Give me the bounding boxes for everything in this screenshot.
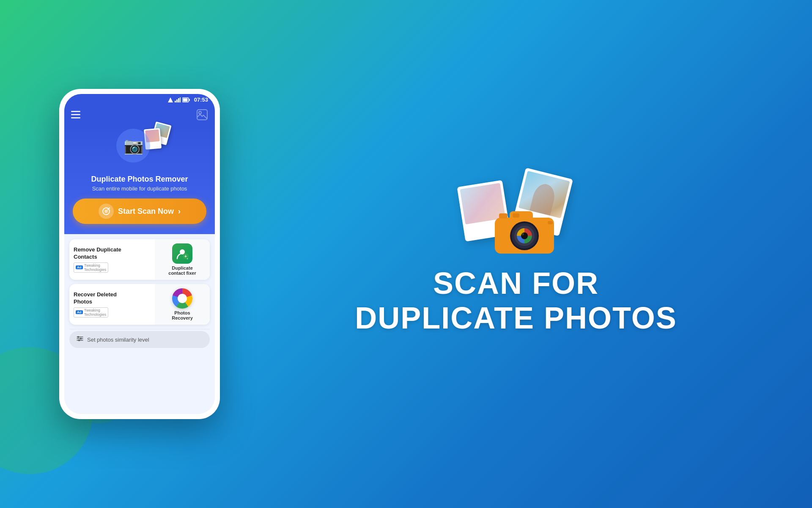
hero-icon-area: 📷 <box>114 127 165 169</box>
camera-body <box>491 205 558 257</box>
ad-app-contacts-name: Duplicatecontact fixer <box>168 265 196 276</box>
photos-recovery-icon <box>172 288 192 309</box>
shake-lines <box>465 228 477 240</box>
phone-frame: 07:53 <box>59 89 220 419</box>
phone-screen: 07:53 <box>64 94 215 414</box>
svg-rect-10 <box>71 117 80 119</box>
contacts-icon: + <box>176 247 189 260</box>
scan-title-line1: SCAN FOR <box>355 266 677 301</box>
sliders-icon <box>76 335 84 344</box>
svg-text:+: + <box>184 254 187 259</box>
svg-point-23 <box>78 340 80 341</box>
contacts-app-icon: + <box>172 243 192 264</box>
shake-line-1 <box>465 228 477 229</box>
svg-rect-4 <box>180 97 181 102</box>
similarity-button[interactable]: Set photos similarity level <box>69 331 210 348</box>
ad-app-contacts-content: + Duplicatecontact fixer <box>168 243 196 276</box>
scan-button[interactable]: Start Scan Now › <box>73 199 206 224</box>
ad-label-photos: Ad <box>76 310 83 314</box>
scan-button-arrow: › <box>178 207 181 216</box>
scan-title-line2: DUPLICATE PHOTOS <box>355 301 677 335</box>
wifi-icon <box>175 97 181 102</box>
svg-rect-8 <box>71 111 80 112</box>
svg-marker-0 <box>168 97 173 102</box>
battery-icon <box>182 97 190 102</box>
svg-point-21 <box>77 336 79 338</box>
similarity-text: Set photos similarity level <box>87 337 149 343</box>
ad-company-contacts: TweakingTechnologies <box>84 263 107 272</box>
svg-rect-33 <box>548 221 553 224</box>
svg-rect-34 <box>513 213 519 218</box>
scan-title: SCAN FOR DUPLICATE PHOTOS <box>355 266 677 335</box>
svg-point-12 <box>199 111 201 114</box>
gallery-icon <box>196 109 208 122</box>
svg-rect-6 <box>189 99 190 101</box>
ad-card-photos-left: Recover DeletedPhotos Ad TweakingTechnol… <box>69 284 155 325</box>
ad-card-contacts-left: Remove DuplicateContacts Ad TweakingTech… <box>69 239 155 280</box>
ad-badge-contacts: Ad TweakingTechnologies <box>74 262 108 273</box>
shake-line-2 <box>468 232 475 234</box>
svg-rect-9 <box>71 114 80 115</box>
status-icons <box>168 97 190 102</box>
signal-icon <box>168 97 173 102</box>
svg-point-32 <box>521 233 524 235</box>
ad-app-photos-name: PhotosRecovery <box>172 310 193 320</box>
ad-label-contacts: Ad <box>76 265 83 269</box>
bottom-bar: Set photos similarity level <box>69 329 210 348</box>
svg-rect-1 <box>175 101 176 102</box>
hamburger-menu[interactable] <box>71 111 80 121</box>
hero-circle-bg: 📷 <box>116 129 150 163</box>
scan-button-text: Start Scan Now <box>118 207 174 216</box>
status-bar: 07:53 <box>64 94 215 105</box>
svg-point-22 <box>80 338 82 340</box>
hero-section: 📷 Duplicate Photos Remover Scan entire m… <box>64 122 215 234</box>
hero-title: Duplicate Photos Remover <box>91 175 188 184</box>
ad-card-photos-right: PhotosRecovery <box>155 284 210 325</box>
right-content: SCAN FOR DUPLICATE PHOTOS <box>220 147 812 361</box>
ad-badge-photos: Ad TweakingTechnologies <box>74 307 108 318</box>
phone-wrapper: 07:53 <box>59 89 220 419</box>
ad-section: Remove DuplicateContacts Ad TweakingTech… <box>64 234 215 414</box>
ad-company-photos: TweakingTechnologies <box>84 308 107 317</box>
camera-emoji: 📷 <box>123 136 143 155</box>
svg-rect-11 <box>197 110 207 120</box>
camera-svg <box>491 205 558 256</box>
ad-card-photos-title: Recover DeletedPhotos <box>74 291 151 306</box>
scan-button-icon <box>99 204 114 219</box>
hero-subtitle: Scan entire mobile for duplicate photos <box>92 185 187 192</box>
svg-rect-2 <box>176 99 178 102</box>
ad-card-contacts-right: + Duplicatecontact fixer <box>155 239 210 280</box>
status-time: 07:53 <box>194 97 208 103</box>
ad-card-contacts[interactable]: Remove DuplicateContacts Ad TweakingTech… <box>69 239 210 280</box>
svg-point-14 <box>104 210 108 213</box>
camera-illustration <box>457 173 575 257</box>
ad-card-photos[interactable]: Recover DeletedPhotos Ad TweakingTechnol… <box>69 284 210 325</box>
svg-rect-3 <box>178 98 179 102</box>
scan-icon <box>102 207 110 215</box>
shake-line-3 <box>466 236 476 238</box>
photos-recovery-icon-center <box>178 294 187 303</box>
ad-card-contacts-title: Remove DuplicateContacts <box>74 246 151 261</box>
ad-app-photos-content: PhotosRecovery <box>172 288 193 320</box>
svg-rect-7 <box>183 98 187 101</box>
phone-header <box>64 105 215 122</box>
svg-rect-26 <box>499 213 508 218</box>
